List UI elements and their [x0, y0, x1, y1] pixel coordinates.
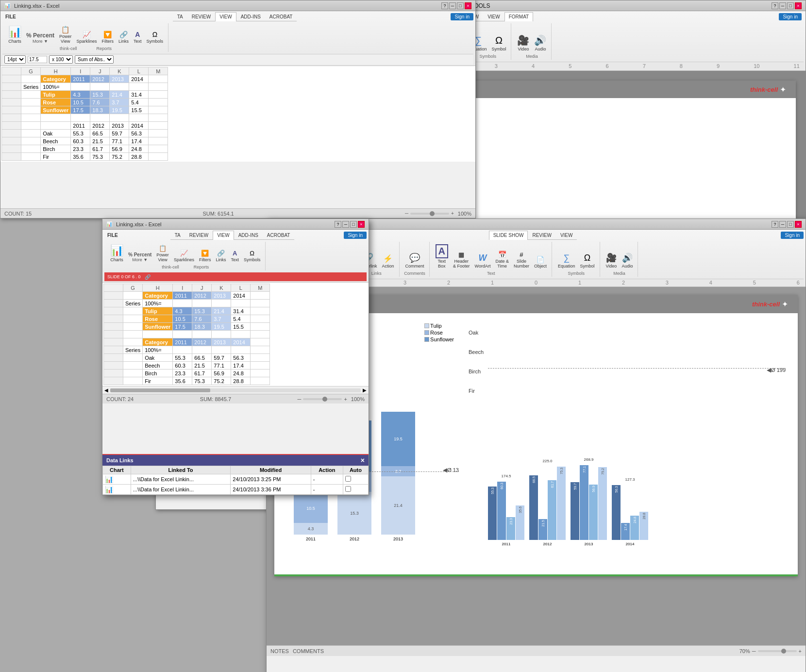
tab-review-front[interactable]: REVIEW	[528, 231, 555, 239]
ppt-min-front[interactable]: ─	[779, 221, 786, 228]
symbols-btn-excel-front[interactable]: Ω Symbols	[242, 248, 263, 264]
excel-scrollbar-h-front[interactable]: ◀ ▶	[102, 386, 369, 394]
tab-slideshow-front[interactable]: SLIDE SHOW	[489, 231, 528, 240]
sym-btn-front[interactable]: Ω Symbol	[578, 252, 597, 270]
links-btn-front[interactable]: 🔗 Links	[214, 248, 228, 264]
excel-help-front[interactable]: ?	[335, 221, 341, 228]
ppt-help-front[interactable]: ?	[772, 221, 778, 228]
data-links-close[interactable]: ×	[361, 456, 365, 464]
zoom-slider-back[interactable]: ─ +	[405, 211, 454, 216]
links-btn-back[interactable]: 🔗 Links	[117, 29, 131, 45]
tab-view-back[interactable]: VIEW	[483, 12, 504, 21]
col-g-back: G	[21, 67, 41, 75]
audio-btn-front[interactable]: 🔊 Audio	[620, 251, 635, 270]
comment-btn-front[interactable]: 💬 Comment	[403, 251, 426, 270]
ppt-signin-back[interactable]: Sign in	[779, 13, 802, 20]
excel-close-back[interactable]: ×	[465, 2, 471, 9]
wordart-btn-front[interactable]: W WordArt	[473, 252, 493, 270]
ppt-minimize-btn[interactable]: ─	[779, 2, 786, 9]
tab-ta-back[interactable]: TA	[173, 12, 187, 21]
video-btn-back[interactable]: 🎥 Video	[515, 33, 531, 53]
ppt-max-front[interactable]: □	[787, 221, 794, 228]
percent-btn-excel-front[interactable]: % Percent More ▼	[126, 251, 153, 264]
comments-btn-front[interactable]: COMMENTS	[293, 648, 324, 654]
scroll-track-h-front[interactable]	[110, 388, 361, 392]
tab-review-excel-back[interactable]: REVIEW	[187, 12, 215, 21]
table-row: 2011 2012 2013 2014	[2, 122, 168, 130]
power-view-btn-back[interactable]: 📋 PowerView	[57, 24, 74, 45]
status-right-front: ─ + 100%	[298, 396, 365, 402]
tab-view-excel-back[interactable]: VIEW	[215, 12, 236, 21]
ppt-close-btn[interactable]: ×	[795, 2, 802, 9]
hf-btn-front[interactable]: ▦ Header& Footer	[451, 250, 472, 270]
charts-btn-back[interactable]: 📊 Charts	[6, 24, 23, 45]
excel-controls-front[interactable]: ? ─ □ ×	[335, 221, 365, 228]
ppt-help-btn[interactable]: ?	[772, 2, 778, 9]
dl-auto-2[interactable]	[345, 486, 351, 492]
percent-btn-back[interactable]: % Percent More ▼	[24, 31, 56, 45]
ppt-controls-front[interactable]: ? ─ □ ×	[772, 221, 802, 228]
ppt-window-controls-back[interactable]: ? ─ □ ×	[772, 2, 802, 9]
excel-close-front[interactable]: ×	[358, 221, 365, 228]
text-btn-excel-front[interactable]: A Text	[229, 248, 241, 264]
symbol-btn-back[interactable]: Ω Symbol	[489, 34, 508, 53]
powerview-btn-excel-front[interactable]: 📋 PowerView	[154, 243, 171, 264]
slidenum-btn-front[interactable]: # SlideNumber	[512, 250, 531, 270]
text-btn-back[interactable]: A Text	[132, 29, 144, 45]
excel-signin-back[interactable]: Sign in	[451, 13, 473, 20]
excel-max-back[interactable]: □	[457, 2, 464, 9]
table-row: Fir 35.6 75.3 75.2 28.8	[104, 377, 270, 385]
excel-ribbon-tabs-back[interactable]: TA REVIEW VIEW ADD-INS ACROBAT	[173, 12, 297, 21]
ppt-zoom-pct: 70%	[739, 648, 750, 654]
ppt-close-front[interactable]: ×	[795, 221, 802, 228]
excel-max-front[interactable]: □	[350, 221, 357, 228]
ppt-zoom-slider-front[interactable]: ─ +	[752, 648, 802, 654]
video-btn-front[interactable]: 🎥 Video	[604, 251, 619, 270]
table-row: Oak 55.3 66.5 59.7 56.3	[2, 130, 168, 137]
sparklines-btn-back[interactable]: 📈 Sparklines	[75, 29, 99, 45]
excel-min-back[interactable]: ─	[449, 2, 456, 9]
filters-btn-front[interactable]: 🔽 Filters	[197, 248, 213, 264]
charts-btn-excel-front[interactable]: 📊 Charts	[108, 243, 125, 264]
zoom-slider-front[interactable]: ─ +	[298, 396, 347, 402]
ppt-status-front: NOTES COMMENTS 70% ─ +	[267, 645, 806, 656]
tab-view-front[interactable]: VIEW	[556, 231, 577, 239]
obj-btn-front[interactable]: 📄 Object	[532, 254, 549, 270]
filters-btn-back[interactable]: 🔽 Filters	[100, 29, 116, 45]
notes-btn-front[interactable]: NOTES	[270, 648, 289, 654]
eq-btn-front[interactable]: ∑ Equation	[556, 252, 577, 270]
value-input-back[interactable]	[28, 56, 47, 63]
textbox-btn-front[interactable]: A TextBox	[434, 243, 450, 270]
tab-view-excel-front[interactable]: VIEW	[213, 231, 234, 240]
excel-tabs-front[interactable]: TA REVIEW VIEW ADD-INS ACROBAT	[170, 231, 295, 240]
excel-signin-front[interactable]: Sign in	[344, 232, 367, 239]
tab-addins-back[interactable]: ADD-INS	[236, 12, 265, 21]
tab-addins-front[interactable]: ADD-INS	[234, 231, 263, 239]
scroll-left[interactable]: ◀	[104, 387, 108, 393]
ppt-tabs-front[interactable]: SLIDE SHOW REVIEW VIEW	[489, 231, 577, 240]
excel-min-front[interactable]: ─	[342, 221, 349, 228]
font-size-select-back[interactable]: 14pt	[4, 55, 26, 64]
tab-acrobat-back[interactable]: ACROBAT	[265, 12, 297, 21]
excel-window-front: 📊 Linking.xlsx - Excel ? ─ □ × FILE TA R…	[102, 218, 369, 495]
sparklines-btn-front[interactable]: 📈 Sparklines	[172, 248, 196, 264]
dl-auto-1[interactable]	[345, 476, 351, 482]
tab-ta-front[interactable]: TA	[170, 231, 185, 239]
ppt-signin-front[interactable]: Sign in	[781, 232, 804, 239]
tab-format-back[interactable]: FORMAT	[504, 12, 533, 21]
tab-acrobat-front[interactable]: ACROBAT	[263, 231, 295, 239]
scroll-right[interactable]: ▶	[363, 387, 367, 393]
action-btn-front[interactable]: ⚡ Action	[380, 252, 396, 270]
data-links-header: Data Links ×	[102, 455, 369, 466]
dt-btn-front[interactable]: 📅 Date &Time	[493, 249, 511, 270]
tab-review-excel-front[interactable]: REVIEW	[185, 231, 213, 239]
symbols-btn-back[interactable]: Ω Symbols	[145, 29, 166, 45]
col-k-front: K	[212, 284, 231, 292]
excel-controls-back[interactable]: ? ─ □ ×	[441, 2, 471, 9]
slide-chart2-front: Oak Beech Birch Fir 174.5	[469, 318, 788, 561]
abs-select-back[interactable]: Sum of Abs...	[75, 55, 114, 64]
excel-help-back[interactable]: ?	[441, 2, 448, 9]
ppt-restore-btn[interactable]: □	[787, 2, 794, 9]
percent-select-back[interactable]: x 100	[49, 55, 73, 64]
audio-btn-back[interactable]: 🔊 Audio	[532, 33, 548, 53]
